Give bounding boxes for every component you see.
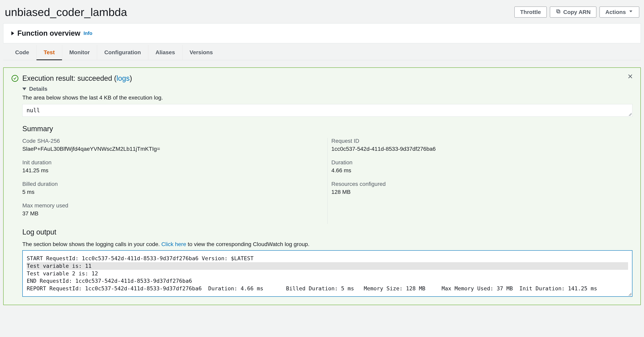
execution-result-panel: Execution result: succeeded (logs) Detai… bbox=[3, 68, 641, 305]
logs-link[interactable]: logs bbox=[116, 74, 130, 82]
chevron-down-icon bbox=[628, 9, 634, 15]
billed-duration-field: Billed duration 5 ms bbox=[22, 181, 316, 195]
throttle-button[interactable]: Throttle bbox=[514, 6, 547, 18]
request-id-field: Request ID 1cc0c537-542d-411d-8533-9d37d… bbox=[331, 138, 620, 152]
duration-value: 4.66 ms bbox=[331, 167, 620, 174]
tab-bar: Code Test Monitor Configuration Aliases … bbox=[3, 45, 641, 60]
tab-test[interactable]: Test bbox=[36, 45, 62, 60]
init-duration-field: Init duration 141.25 ms bbox=[22, 159, 316, 174]
caret-down-icon bbox=[22, 88, 26, 90]
tab-code[interactable]: Code bbox=[8, 45, 36, 60]
log-output-box[interactable]: START RequestId: 1cc0c537-542d-411d-8533… bbox=[22, 250, 632, 297]
log-line: Test variable 2 is: 12 bbox=[27, 270, 628, 278]
billed-duration-value: 5 ms bbox=[22, 189, 316, 195]
summary-left-col: Code SHA-256 SlaeP+FAuL30BlfWjfd4qaeYVNW… bbox=[22, 138, 328, 224]
throttle-label: Throttle bbox=[520, 9, 541, 15]
tab-configuration[interactable]: Configuration bbox=[97, 45, 148, 60]
max-memory-label: Max memory used bbox=[22, 202, 316, 209]
log-line: END RequestId: 1cc0c537-542d-411d-8533-9… bbox=[27, 277, 628, 285]
resources-field: Resources configured 128 MB bbox=[331, 181, 620, 195]
close-icon[interactable] bbox=[627, 74, 633, 81]
summary-title: Summary bbox=[22, 125, 632, 133]
duration-field: Duration 4.66 ms bbox=[331, 159, 620, 174]
log-line: REPORT RequestId: 1cc0c537-542d-411d-853… bbox=[27, 285, 628, 292]
expand-overview-icon[interactable] bbox=[11, 31, 14, 35]
summary-grid: Code SHA-256 SlaeP+FAuL30BlfWjfd4qaeYVNW… bbox=[22, 138, 632, 224]
copy-arn-label: Copy ARN bbox=[563, 9, 590, 15]
log-output-desc: The section below shows the logging call… bbox=[22, 241, 632, 248]
tab-versions[interactable]: Versions bbox=[182, 45, 220, 60]
result-prefix: Execution result: succeeded ( bbox=[22, 74, 116, 82]
code-sha-value: SlaeP+FAuL30BlfWjfd4qaeYVNWscZM2Lb11jTmK… bbox=[22, 146, 316, 152]
function-overview-title: Function overview bbox=[17, 29, 80, 38]
result-header: Execution result: succeeded (logs) bbox=[12, 74, 632, 82]
details-toggle[interactable]: Details bbox=[22, 86, 632, 92]
result-body: The area below shows the last 4 KB of th… bbox=[22, 94, 632, 297]
log-desc-prefix: The section below shows the logging call… bbox=[22, 241, 161, 247]
svg-rect-1 bbox=[556, 10, 559, 12]
max-memory-value: 37 MB bbox=[22, 210, 316, 217]
log-hint: The area below shows the last 4 KB of th… bbox=[22, 94, 632, 101]
copy-icon bbox=[556, 9, 561, 15]
duration-label: Duration bbox=[331, 159, 620, 166]
success-check-icon bbox=[12, 75, 18, 82]
resources-value: 128 MB bbox=[331, 189, 620, 195]
page-title: unbiased_coder_lambda bbox=[5, 6, 127, 18]
header-button-group: Throttle Copy ARN Actions bbox=[514, 6, 639, 18]
result-suffix: ) bbox=[130, 74, 132, 82]
tab-aliases[interactable]: Aliases bbox=[148, 45, 182, 60]
response-box[interactable]: null bbox=[22, 104, 632, 117]
billed-duration-label: Billed duration bbox=[22, 181, 316, 187]
request-id-value: 1cc0c537-542d-411d-8533-9d37df276ba6 bbox=[331, 146, 620, 152]
execution-result-title: Execution result: succeeded (logs) bbox=[22, 74, 132, 82]
code-sha-field: Code SHA-256 SlaeP+FAuL30BlfWjfd4qaeYVNW… bbox=[22, 138, 316, 152]
details-label: Details bbox=[29, 86, 48, 92]
actions-button[interactable]: Actions bbox=[600, 6, 639, 18]
log-desc-suffix: to view the corresponding CloudWatch log… bbox=[186, 241, 310, 247]
actions-label: Actions bbox=[605, 9, 626, 15]
tab-monitor[interactable]: Monitor bbox=[62, 45, 97, 60]
info-link[interactable]: Info bbox=[84, 30, 92, 36]
svg-rect-0 bbox=[558, 10, 560, 13]
function-overview-panel: Function overview Info bbox=[3, 23, 641, 43]
max-memory-field: Max memory used 37 MB bbox=[22, 202, 316, 217]
log-line: Test variable is: 11 bbox=[27, 262, 628, 270]
init-duration-value: 141.25 ms bbox=[22, 167, 316, 174]
click-here-link[interactable]: Click here bbox=[161, 241, 186, 247]
log-line: START RequestId: 1cc0c537-542d-411d-8533… bbox=[27, 255, 628, 262]
resources-label: Resources configured bbox=[331, 181, 620, 187]
copy-arn-button[interactable]: Copy ARN bbox=[550, 6, 596, 18]
init-duration-label: Init duration bbox=[22, 159, 316, 166]
code-sha-label: Code SHA-256 bbox=[22, 138, 316, 144]
summary-right-col: Request ID 1cc0c537-542d-411d-8533-9d37d… bbox=[328, 138, 632, 224]
request-id-label: Request ID bbox=[331, 138, 620, 144]
log-output-title: Log output bbox=[22, 228, 632, 236]
page-header: unbiased_coder_lambda Throttle Copy ARN … bbox=[3, 2, 641, 23]
